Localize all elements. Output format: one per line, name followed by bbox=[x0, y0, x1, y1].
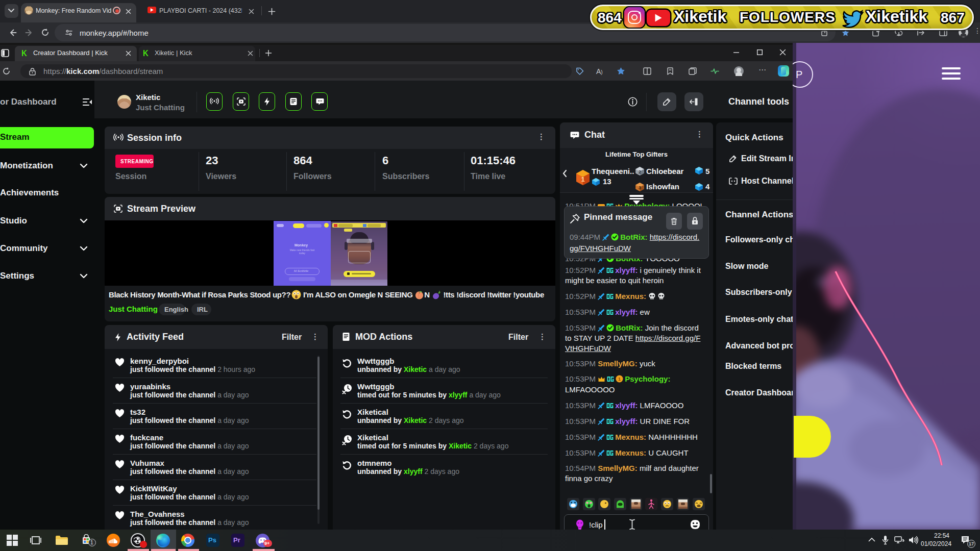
svg-text:1: 1 bbox=[618, 377, 621, 382]
svg-text:2: 2 bbox=[639, 169, 641, 174]
svg-text:3: 3 bbox=[639, 185, 641, 190]
svg-text:1: 1 bbox=[581, 176, 584, 183]
